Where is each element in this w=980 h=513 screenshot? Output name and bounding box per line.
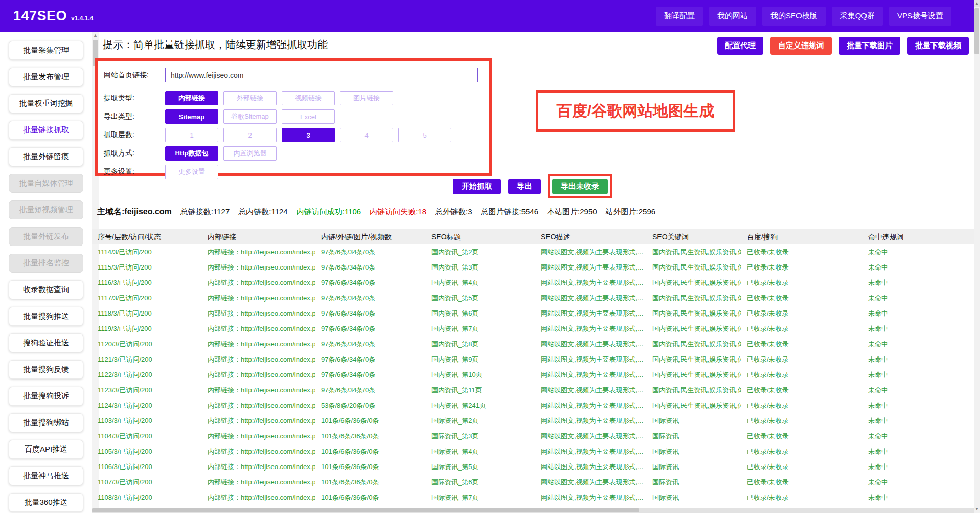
- option-button[interactable]: Sitemap: [165, 109, 218, 124]
- sidebar-item-5[interactable]: 批量外链留痕: [9, 147, 83, 166]
- sidebar-item-16[interactable]: 百度API推送: [9, 440, 83, 459]
- table-row[interactable]: 1118/3/已访问/200内部链接：http://feijiseo.com/i…: [92, 306, 974, 321]
- cell-7: 已收录/未收录: [741, 444, 862, 459]
- cell-4: 国内资讯_第241页: [426, 398, 535, 413]
- cell-2: 内部链接：http://feijiseo.com/index.ph: [202, 398, 315, 413]
- sidebar-item-17[interactable]: 批量神马推送: [9, 466, 83, 485]
- scroll-up-icon[interactable]: ▲: [92, 32, 99, 39]
- option-button[interactable]: 视频链接: [282, 91, 335, 105]
- sidebar-item-2[interactable]: 批量发布管理: [9, 68, 83, 86]
- option-button[interactable]: 更多设置: [165, 165, 218, 179]
- cell-7: 已收录/未收录: [741, 321, 862, 337]
- table-row[interactable]: 1104/3/已访问/200内部链接：http://feijiseo.com/i…: [92, 429, 974, 444]
- table-row[interactable]: 1116/3/已访问/200内部链接：http://feijiseo.com/i…: [92, 275, 974, 291]
- sidebar-item-10[interactable]: 收录数据查询: [9, 280, 83, 299]
- cell-2: 内部链接：http://feijiseo.com/index.ph: [202, 367, 315, 383]
- table-row[interactable]: 1107/3/已访问/200内部链接：http://feijiseo.com/i…: [92, 475, 974, 490]
- table-row[interactable]: 1122/3/已访问/200内部链接：http://feijiseo.com/i…: [92, 367, 974, 383]
- cell-3: 97条/6条/34条/0条: [315, 352, 426, 367]
- option-button[interactable]: 内部链接: [165, 91, 218, 105]
- cell-7: 已收录/未收录: [741, 306, 862, 321]
- nav-item-2[interactable]: 我的网站: [709, 7, 756, 26]
- table-row[interactable]: 1119/3/已访问/200内部链接：http://feijiseo.com/i…: [92, 321, 974, 337]
- cell-4: 国际资讯_第5页: [426, 459, 535, 475]
- column-header-5: SEO描述: [535, 229, 647, 244]
- action-button-2[interactable]: 导出: [508, 179, 541, 194]
- summary-stat-7: 总图片链接:5546: [481, 207, 539, 217]
- sidebar-item-3[interactable]: 批量权重词挖掘: [9, 94, 83, 113]
- toolbar-button-3[interactable]: 批量下载图片: [839, 37, 900, 55]
- sidebar-item-1[interactable]: 批量采集管理: [9, 41, 83, 60]
- option-button[interactable]: 2: [223, 128, 277, 142]
- form-row-2: 提取类型:内部链接外部链接视频链接图片链接: [104, 91, 489, 105]
- window-scrollbar[interactable]: ▲ ▼: [974, 0, 980, 513]
- nav-item-3[interactable]: 我的SEO模版: [762, 7, 826, 26]
- option-button[interactable]: 谷歌Sitemap: [223, 109, 277, 124]
- sidebar-item-15[interactable]: 批量搜狗绑站: [9, 413, 83, 432]
- summary-stat-4: 内链访问成功:1106: [297, 207, 361, 217]
- table-row[interactable]: 1105/3/已访问/200内部链接：http://feijiseo.com/i…: [92, 444, 974, 459]
- toolbar-button-4[interactable]: 批量下载视频: [907, 37, 969, 55]
- column-header-7: 百度/搜狗: [741, 229, 862, 244]
- table-row[interactable]: 1106/3/已访问/200内部链接：http://feijiseo.com/i…: [92, 459, 974, 475]
- table-row[interactable]: 1115/3/已访问/200内部链接：http://feijiseo.com/i…: [92, 260, 974, 275]
- table-row[interactable]: 1120/3/已访问/200内部链接：http://feijiseo.com/i…: [92, 337, 974, 352]
- cell-7: 已收录/未收录: [741, 291, 862, 306]
- cell-8: 未命中: [862, 244, 974, 260]
- cell-1: 1108/3/已访问/200: [92, 490, 202, 505]
- sidebar-item-4[interactable]: 批量链接抓取: [9, 121, 83, 140]
- option-button[interactable]: 3: [282, 128, 335, 142]
- table-row[interactable]: 1103/3/已访问/200内部链接：http://feijiseo.com/i…: [92, 413, 974, 429]
- option-button[interactable]: 1: [165, 128, 218, 142]
- cell-7: 已收录/未收录: [741, 413, 862, 429]
- table-row[interactable]: 1117/3/已访问/200内部链接：http://feijiseo.com/i…: [92, 291, 974, 306]
- table-row[interactable]: 1114/3/已访问/200内部链接：http://feijiseo.com/i…: [92, 244, 974, 260]
- scrollbar-thumb[interactable]: [974, 8, 979, 54]
- nav-item-5[interactable]: VPS拨号设置: [889, 7, 951, 26]
- nav-item-4[interactable]: 采集QQ群: [832, 7, 883, 26]
- toolbar-button-1[interactable]: 配置代理: [717, 37, 763, 55]
- cell-8: 未命中: [862, 413, 974, 429]
- sidebar-item-18[interactable]: 批量360推送: [9, 493, 83, 512]
- table-row[interactable]: 1108/3/已访问/200内部链接：http://feijiseo.com/i…: [92, 490, 974, 505]
- cell-1: 1106/3/已访问/200: [92, 459, 202, 475]
- sidebar-item-12[interactable]: 搜狗验证推送: [9, 333, 83, 352]
- cell-2: 内部链接：http://feijiseo.com/index.ph: [202, 291, 315, 306]
- action-button-3[interactable]: 导出未收录: [552, 179, 608, 194]
- toolbar-button-2[interactable]: 自定义违规词: [770, 37, 832, 55]
- option-button[interactable]: 图片链接: [340, 91, 393, 105]
- cell-6: 国际资讯: [647, 490, 741, 505]
- cell-2: 内部链接：http://feijiseo.com/index.ph: [202, 475, 315, 490]
- table-row[interactable]: 1123/3/已访问/200内部链接：http://feijiseo.com/i…: [92, 383, 974, 398]
- option-button[interactable]: Http数据包: [165, 146, 218, 161]
- nav-item-1[interactable]: 翻译配置: [656, 7, 703, 26]
- option-button[interactable]: 5: [398, 128, 451, 142]
- cell-3: 97条/6条/34条/0条: [315, 244, 426, 260]
- option-button[interactable]: Excel: [282, 109, 335, 124]
- cell-7: 已收录/未收录: [741, 352, 862, 367]
- sidebar-item-11[interactable]: 批量搜狗推送: [9, 307, 83, 326]
- cell-2: 内部链接：http://feijiseo.com/index.ph: [202, 275, 315, 291]
- table-row[interactable]: 1124/3/已访问/200内部链接：http://feijiseo.com/i…: [92, 398, 974, 413]
- cell-3: 97条/6条/34条/0条: [315, 275, 426, 291]
- results-table: 序号/层数/访问/状态内部链接内链/外链/图片/视频数SEO标题SEO描述SEO…: [92, 229, 974, 508]
- scroll-down-icon[interactable]: ▼: [974, 506, 980, 513]
- table-body: 1114/3/已访问/200内部链接：http://feijiseo.com/i…: [92, 244, 974, 505]
- table-row[interactable]: 1121/3/已访问/200内部链接：http://feijiseo.com/i…: [92, 352, 974, 367]
- cell-8: 未命中: [862, 490, 974, 505]
- annotation-box: 百度/谷歌网站地图生成: [536, 90, 735, 132]
- option-button[interactable]: 内置浏览器: [223, 146, 277, 161]
- hscrollbar-thumb[interactable]: [92, 508, 639, 512]
- site-url-input[interactable]: [165, 68, 478, 82]
- cell-2: 内部链接：http://feijiseo.com/index.ph: [202, 444, 315, 459]
- sidebar-item-14[interactable]: 批量搜狗投诉: [9, 387, 83, 406]
- option-button[interactable]: 外部链接: [223, 91, 277, 105]
- cell-5: 网站以图文,视频为主要表现形式,...: [535, 321, 647, 337]
- horizontal-scrollbar[interactable]: [92, 508, 974, 513]
- action-button-1[interactable]: 开始抓取: [453, 179, 501, 194]
- sidebar-item-13[interactable]: 批量搜狗反馈: [9, 360, 83, 379]
- cell-2: 内部链接：http://feijiseo.com/index.ph: [202, 490, 315, 505]
- option-button[interactable]: 4: [340, 128, 393, 142]
- scroll-up-icon[interactable]: ▲: [974, 0, 980, 7]
- cell-5: 网站以图文,视频为主要表现形式,...: [535, 383, 647, 398]
